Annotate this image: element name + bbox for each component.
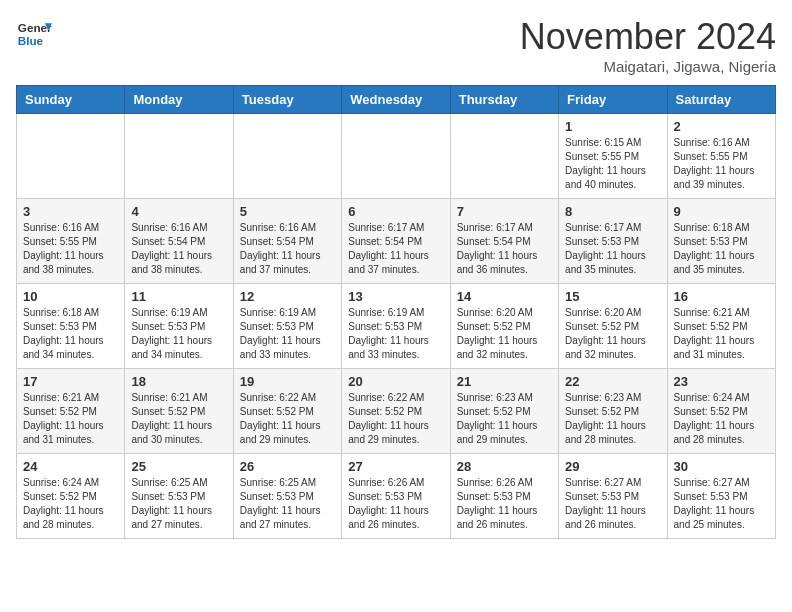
day-info: Sunrise: 6:19 AM Sunset: 5:53 PM Dayligh… [240,306,335,362]
day-cell: 11Sunrise: 6:19 AM Sunset: 5:53 PM Dayli… [125,284,233,369]
day-header-saturday: Saturday [667,86,775,114]
day-cell: 29Sunrise: 6:27 AM Sunset: 5:53 PM Dayli… [559,454,667,539]
day-cell: 25Sunrise: 6:25 AM Sunset: 5:53 PM Dayli… [125,454,233,539]
header: General Blue November 2024 Maigatari, Ji… [16,16,776,75]
day-cell: 21Sunrise: 6:23 AM Sunset: 5:52 PM Dayli… [450,369,558,454]
day-cell: 22Sunrise: 6:23 AM Sunset: 5:52 PM Dayli… [559,369,667,454]
day-cell: 26Sunrise: 6:25 AM Sunset: 5:53 PM Dayli… [233,454,341,539]
day-cell: 16Sunrise: 6:21 AM Sunset: 5:52 PM Dayli… [667,284,775,369]
day-header-wednesday: Wednesday [342,86,450,114]
day-info: Sunrise: 6:17 AM Sunset: 5:54 PM Dayligh… [457,221,552,277]
day-info: Sunrise: 6:15 AM Sunset: 5:55 PM Dayligh… [565,136,660,192]
day-number: 6 [348,204,443,219]
day-header-friday: Friday [559,86,667,114]
week-row-2: 3Sunrise: 6:16 AM Sunset: 5:55 PM Daylig… [17,199,776,284]
day-number: 9 [674,204,769,219]
day-number: 25 [131,459,226,474]
month-title: November 2024 [520,16,776,58]
week-row-5: 24Sunrise: 6:24 AM Sunset: 5:52 PM Dayli… [17,454,776,539]
day-cell: 27Sunrise: 6:26 AM Sunset: 5:53 PM Dayli… [342,454,450,539]
day-info: Sunrise: 6:24 AM Sunset: 5:52 PM Dayligh… [674,391,769,447]
day-cell: 3Sunrise: 6:16 AM Sunset: 5:55 PM Daylig… [17,199,125,284]
day-info: Sunrise: 6:17 AM Sunset: 5:54 PM Dayligh… [348,221,443,277]
day-number: 17 [23,374,118,389]
day-number: 5 [240,204,335,219]
day-number: 15 [565,289,660,304]
day-number: 14 [457,289,552,304]
day-number: 26 [240,459,335,474]
day-cell: 23Sunrise: 6:24 AM Sunset: 5:52 PM Dayli… [667,369,775,454]
day-cell: 14Sunrise: 6:20 AM Sunset: 5:52 PM Dayli… [450,284,558,369]
day-cell [342,114,450,199]
day-info: Sunrise: 6:24 AM Sunset: 5:52 PM Dayligh… [23,476,118,532]
day-info: Sunrise: 6:25 AM Sunset: 5:53 PM Dayligh… [131,476,226,532]
day-info: Sunrise: 6:27 AM Sunset: 5:53 PM Dayligh… [565,476,660,532]
day-cell: 18Sunrise: 6:21 AM Sunset: 5:52 PM Dayli… [125,369,233,454]
day-number: 13 [348,289,443,304]
day-number: 16 [674,289,769,304]
day-cell: 20Sunrise: 6:22 AM Sunset: 5:52 PM Dayli… [342,369,450,454]
day-info: Sunrise: 6:19 AM Sunset: 5:53 PM Dayligh… [131,306,226,362]
day-cell: 5Sunrise: 6:16 AM Sunset: 5:54 PM Daylig… [233,199,341,284]
day-cell: 9Sunrise: 6:18 AM Sunset: 5:53 PM Daylig… [667,199,775,284]
day-info: Sunrise: 6:20 AM Sunset: 5:52 PM Dayligh… [457,306,552,362]
day-cell: 7Sunrise: 6:17 AM Sunset: 5:54 PM Daylig… [450,199,558,284]
day-info: Sunrise: 6:18 AM Sunset: 5:53 PM Dayligh… [23,306,118,362]
day-info: Sunrise: 6:22 AM Sunset: 5:52 PM Dayligh… [240,391,335,447]
day-cell: 8Sunrise: 6:17 AM Sunset: 5:53 PM Daylig… [559,199,667,284]
day-cell: 4Sunrise: 6:16 AM Sunset: 5:54 PM Daylig… [125,199,233,284]
week-row-4: 17Sunrise: 6:21 AM Sunset: 5:52 PM Dayli… [17,369,776,454]
day-info: Sunrise: 6:22 AM Sunset: 5:52 PM Dayligh… [348,391,443,447]
svg-text:Blue: Blue [18,34,44,47]
day-info: Sunrise: 6:21 AM Sunset: 5:52 PM Dayligh… [23,391,118,447]
day-info: Sunrise: 6:16 AM Sunset: 5:54 PM Dayligh… [240,221,335,277]
day-number: 23 [674,374,769,389]
day-cell [125,114,233,199]
day-number: 28 [457,459,552,474]
day-info: Sunrise: 6:16 AM Sunset: 5:55 PM Dayligh… [674,136,769,192]
day-cell: 6Sunrise: 6:17 AM Sunset: 5:54 PM Daylig… [342,199,450,284]
day-cell: 1Sunrise: 6:15 AM Sunset: 5:55 PM Daylig… [559,114,667,199]
title-area: November 2024 Maigatari, Jigawa, Nigeria [520,16,776,75]
day-info: Sunrise: 6:16 AM Sunset: 5:55 PM Dayligh… [23,221,118,277]
day-cell: 28Sunrise: 6:26 AM Sunset: 5:53 PM Dayli… [450,454,558,539]
day-info: Sunrise: 6:17 AM Sunset: 5:53 PM Dayligh… [565,221,660,277]
day-number: 11 [131,289,226,304]
day-cell: 19Sunrise: 6:22 AM Sunset: 5:52 PM Dayli… [233,369,341,454]
day-info: Sunrise: 6:26 AM Sunset: 5:53 PM Dayligh… [348,476,443,532]
day-number: 7 [457,204,552,219]
day-cell: 10Sunrise: 6:18 AM Sunset: 5:53 PM Dayli… [17,284,125,369]
svg-text:General: General [18,21,52,34]
day-number: 8 [565,204,660,219]
day-number: 10 [23,289,118,304]
day-cell [17,114,125,199]
calendar-table: SundayMondayTuesdayWednesdayThursdayFrid… [16,85,776,539]
day-info: Sunrise: 6:19 AM Sunset: 5:53 PM Dayligh… [348,306,443,362]
day-info: Sunrise: 6:21 AM Sunset: 5:52 PM Dayligh… [674,306,769,362]
day-number: 21 [457,374,552,389]
day-number: 22 [565,374,660,389]
day-cell [450,114,558,199]
day-info: Sunrise: 6:18 AM Sunset: 5:53 PM Dayligh… [674,221,769,277]
day-info: Sunrise: 6:23 AM Sunset: 5:52 PM Dayligh… [457,391,552,447]
day-number: 12 [240,289,335,304]
logo: General Blue [16,16,52,52]
location: Maigatari, Jigawa, Nigeria [520,58,776,75]
day-header-sunday: Sunday [17,86,125,114]
day-cell: 2Sunrise: 6:16 AM Sunset: 5:55 PM Daylig… [667,114,775,199]
logo-icon: General Blue [16,16,52,52]
day-number: 1 [565,119,660,134]
day-cell: 24Sunrise: 6:24 AM Sunset: 5:52 PM Dayli… [17,454,125,539]
day-number: 2 [674,119,769,134]
day-cell: 12Sunrise: 6:19 AM Sunset: 5:53 PM Dayli… [233,284,341,369]
day-number: 3 [23,204,118,219]
day-header-monday: Monday [125,86,233,114]
day-cell: 15Sunrise: 6:20 AM Sunset: 5:52 PM Dayli… [559,284,667,369]
week-row-3: 10Sunrise: 6:18 AM Sunset: 5:53 PM Dayli… [17,284,776,369]
day-info: Sunrise: 6:23 AM Sunset: 5:52 PM Dayligh… [565,391,660,447]
day-cell: 13Sunrise: 6:19 AM Sunset: 5:53 PM Dayli… [342,284,450,369]
days-header-row: SundayMondayTuesdayWednesdayThursdayFrid… [17,86,776,114]
day-number: 27 [348,459,443,474]
day-number: 24 [23,459,118,474]
day-number: 4 [131,204,226,219]
